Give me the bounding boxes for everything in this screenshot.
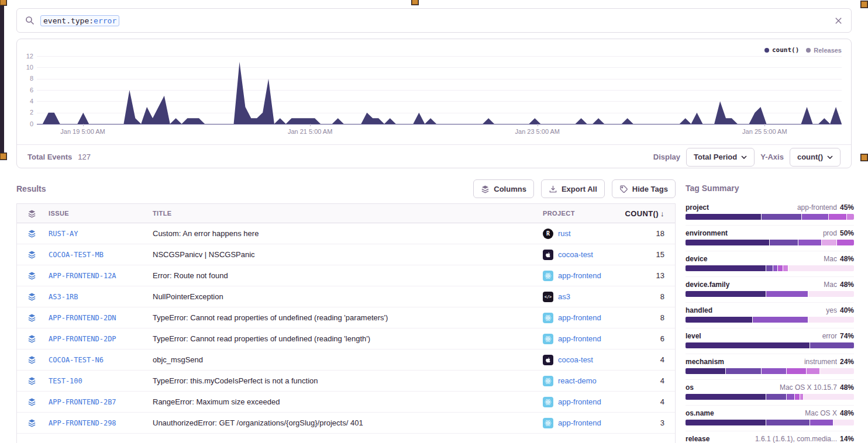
stack-icon[interactable] [27,334,36,343]
tag-bar-segment[interactable] [762,214,802,220]
tag-bar-segment[interactable] [762,368,787,374]
tag-bar-segment[interactable] [686,420,766,425]
yaxis-select[interactable]: count() [790,148,841,167]
tag-bar-segment[interactable] [686,394,766,400]
tag-bar-segment[interactable] [795,394,800,400]
project-link[interactable]: app-frontend [558,334,601,343]
issue-link[interactable]: APP-FRONTEND-298 [49,419,116,427]
tag-bar-segment[interactable] [686,342,810,348]
export-all-button[interactable]: Export All [541,179,605,198]
tag-bar-segment[interactable] [766,291,808,297]
project-link[interactable]: app-frontend [558,313,601,322]
issue-link[interactable]: APP-FRONTEND-2DN [49,314,116,322]
tag-bar-segment[interactable] [847,214,854,220]
column-header-count[interactable]: COUNT()↓ [625,209,675,218]
issue-link[interactable]: RUST-AY [49,230,78,238]
stack-icon[interactable] [27,397,36,406]
tag-bar-segment[interactable] [798,240,822,245]
tag-bar-segment[interactable] [837,240,854,245]
tag-bar-segment[interactable] [778,265,783,271]
tag-distribution-bar[interactable] [686,240,854,245]
column-header-project[interactable]: PROJECT [540,210,625,217]
tag-bar-segment[interactable] [766,420,810,425]
tag-bar-segment[interactable] [770,240,798,245]
stack-icon[interactable] [27,418,36,427]
tag-distribution-bar[interactable] [686,317,854,323]
project-link[interactable]: app-frontend [558,397,601,406]
y-tick-label: 12 [19,53,33,60]
tag-top-value: Mac OS X [805,409,837,417]
tag-distribution-bar[interactable] [686,265,854,271]
tag-bar-segment[interactable] [822,240,837,245]
tag-bar-segment[interactable] [773,265,779,271]
project-link[interactable]: app-frontend [558,271,601,280]
tag-bar-segment[interactable] [808,291,854,297]
project-link[interactable]: react-demo [558,376,597,385]
tag-bar-segment[interactable] [804,394,854,400]
tag-bar-segment[interactable] [787,368,807,374]
tag-bar-segment[interactable] [726,368,761,374]
hide-tags-button[interactable]: Hide Tags [612,179,676,198]
stack-icon[interactable] [27,229,36,238]
project-link[interactable]: cocoa-test [558,250,593,259]
tag-bar-segment[interactable] [820,368,854,374]
column-header-title[interactable]: TITLE [150,210,540,217]
tag-bar-segment[interactable] [787,394,795,400]
issue-link[interactable]: APP-FRONTEND-2B7 [49,398,116,406]
stack-icon[interactable] [27,292,36,301]
tag-bar-segment[interactable] [833,420,854,425]
tag-bar-segment[interactable] [808,317,854,323]
tag-bar-segment[interactable] [807,368,820,374]
tag-bar-segment[interactable] [802,214,829,220]
tag-bar-segment[interactable] [766,265,773,271]
stack-icon[interactable] [27,355,36,364]
chart-plot-area[interactable] [37,56,842,124]
display-select[interactable]: Total Period [686,148,755,167]
tag-bar-segment[interactable] [766,394,787,400]
project-link[interactable]: rust [558,229,571,238]
tag-bar-segment[interactable] [829,214,848,220]
tag-bar-segment[interactable] [753,317,808,323]
project-link[interactable]: cocoa-test [558,355,593,364]
tag-distribution-bar[interactable] [686,291,854,297]
columns-button[interactable]: Columns [473,179,534,198]
issue-link[interactable]: COCOA-TEST-MB [49,251,104,259]
legend-releases[interactable]: Releases [806,47,842,54]
stack-icon[interactable] [27,313,36,322]
tag-bar-segment[interactable] [788,265,854,271]
tag-bar-segment[interactable] [810,342,854,348]
table-row: COCOA-TEST-MBNSCGSPanicv | NSCGSPaniccoc… [17,244,675,265]
issue-link[interactable]: APP-FRONTEND-2DP [49,335,116,343]
tag-distribution-bar[interactable] [686,342,854,348]
tag-bar-segment[interactable] [686,265,766,271]
apple-project-icon [543,250,553,260]
tag-distribution-bar[interactable] [686,214,854,220]
tag-bar-segment[interactable] [810,420,833,425]
total-events-value: 127 [78,153,91,161]
stack-icon[interactable] [27,271,36,280]
search-input[interactable]: event.type:error [16,8,852,33]
issue-link[interactable]: TEST-100 [49,377,82,385]
stack-icon[interactable] [27,376,36,385]
legend-count[interactable]: count() [764,46,799,54]
close-icon[interactable] [834,16,843,25]
search-query-token[interactable]: event.type:error [40,15,119,26]
tag-bar-segment[interactable] [686,240,770,245]
tag-bar-segment[interactable] [686,214,762,220]
y-tick-label: 4 [19,98,33,105]
project-link[interactable]: as3 [558,292,570,301]
tag-distribution-bar[interactable] [686,394,854,400]
tag-bar-segment[interactable] [686,317,753,323]
chevron-down-icon [827,155,833,159]
tag-bar-segment[interactable] [686,291,766,297]
tag-distribution-bar[interactable] [686,368,854,374]
tag-distribution-bar[interactable] [686,420,854,425]
tag-bar-segment[interactable] [783,265,788,271]
column-header-issue[interactable]: ISSUE [46,210,150,217]
project-link[interactable]: app-frontend [558,418,601,427]
issue-link[interactable]: COCOA-TEST-N6 [49,356,104,364]
tag-bar-segment[interactable] [686,368,726,374]
issue-link[interactable]: APP-FRONTEND-12A [49,272,116,280]
stack-icon[interactable] [27,250,36,259]
issue-link[interactable]: AS3-1RB [49,293,78,301]
